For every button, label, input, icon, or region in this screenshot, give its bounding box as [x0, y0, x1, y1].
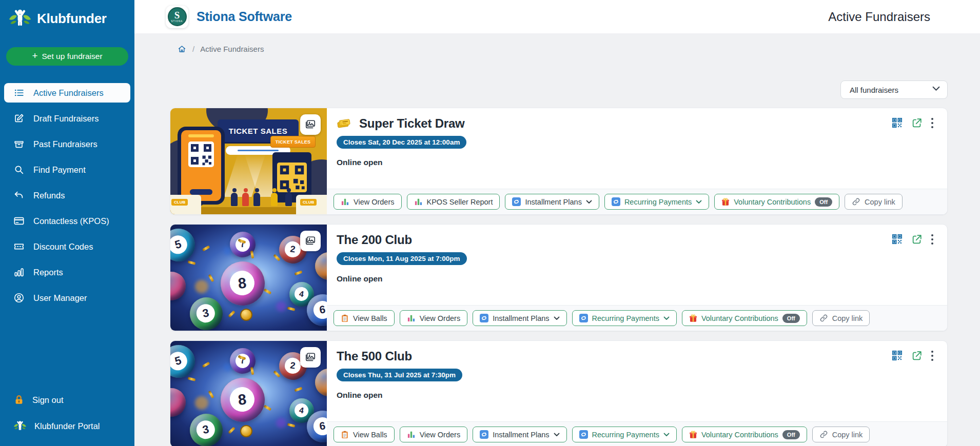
kpos-seller-report-button[interactable]: KPOS Seller Report [407, 194, 500, 210]
blurred-ball [224, 247, 232, 255]
kebab-icon [931, 117, 934, 129]
title-row: The 500 Club [337, 349, 935, 363]
sidebar-item-find-payment[interactable]: Find Payment [4, 160, 130, 179]
recurring-payments-button[interactable]: Recurring Payments [572, 310, 677, 326]
qr-code-button[interactable] [891, 117, 903, 129]
chevron-down-icon [663, 433, 670, 437]
action-label: Recurring Payments [624, 198, 692, 206]
ball-number: 6 [312, 416, 327, 436]
sidebar-item-refunds[interactable]: Refunds [4, 186, 130, 205]
copy-link-button[interactable]: Copy link [812, 427, 870, 442]
installment-plans-button[interactable]: Installment Plans [473, 310, 566, 326]
app: Klubfunder + Set up fundraiser Active Fu… [0, 0, 980, 446]
sign-out-label: Sign out [32, 395, 64, 405]
ticket-emoji-icon [337, 118, 351, 129]
closes-badge: Closes Thu, 31 Jul 2025 at 7:30pm [337, 369, 462, 381]
lottery-ball: 5 [170, 341, 199, 381]
qr-code-button[interactable] [891, 350, 903, 361]
sidebar-item-contactless-kpos[interactable]: Contactless (KPOS) [4, 211, 130, 231]
confetti [188, 260, 196, 265]
open-external-button[interactable] [911, 350, 923, 361]
voluntary-contributions-button[interactable]: Voluntary ContributionsOff [682, 427, 807, 442]
confetti [228, 427, 235, 434]
chevron-down-icon [696, 200, 702, 204]
sidebar-item-reports[interactable]: Reports [4, 262, 130, 282]
chevron-down-icon [554, 316, 560, 320]
fundraiser-filter-select[interactable]: All fundraisers [840, 80, 948, 99]
chevron-down-icon [663, 316, 670, 320]
sidebar-item-past-fundraisers[interactable]: Past Fundraisers [4, 134, 130, 154]
voluntary-contributions-button[interactable]: Voluntary ContributionsOff [682, 310, 807, 326]
background-ball [315, 369, 327, 396]
chevron-down-icon [586, 200, 592, 204]
clipboard-icon [341, 431, 349, 439]
qr-code-button[interactable] [891, 233, 903, 245]
view-balls-button[interactable]: View Balls [334, 310, 395, 326]
installment-plans-button[interactable]: Installment Plans [505, 194, 599, 210]
refresh-icon [579, 430, 588, 439]
open-external-button[interactable] [911, 117, 923, 129]
klubfunder-portal-link[interactable]: Klubfunder Portal [4, 416, 130, 436]
action-label: Recurring Payments [592, 314, 659, 322]
image-gallery-button[interactable] [300, 114, 321, 135]
closes-badge: Closes Mon, 11 Aug 2025 at 7:00pm [337, 252, 467, 265]
sidebar-item-active-fundraisers[interactable]: Active Fundraisers [4, 83, 130, 103]
person-silhouette [271, 193, 278, 206]
sidebar-item-label: Reports [33, 268, 63, 277]
action-label: Installment Plans [493, 314, 549, 322]
recurring-payments-button[interactable]: Recurring Payments [572, 427, 677, 442]
copy-link-button[interactable]: Copy link [812, 310, 870, 326]
more-options-button[interactable] [931, 234, 934, 245]
refresh-icon [612, 197, 620, 206]
voluntary-contributions-button[interactable]: Voluntary ContributionsOff [714, 194, 839, 210]
person-silhouette [242, 193, 249, 206]
external-icon [911, 117, 923, 129]
confetti [264, 289, 271, 295]
ball-number: 2 [284, 240, 301, 258]
chart-icon [13, 267, 25, 278]
chevron-down-icon [554, 433, 560, 437]
confetti [264, 405, 271, 411]
sidebar-item-user-manager[interactable]: User Manager [4, 288, 130, 308]
open-external-button[interactable] [911, 234, 923, 245]
filter-selected-value: All fundraisers [850, 86, 898, 94]
home-icon[interactable] [177, 44, 187, 54]
action-label: Voluntary Contributions [734, 198, 811, 206]
external-icon [911, 234, 923, 245]
fundraiser-card: 5728346The 500 ClubCloses Thu, 31 Jul 20… [170, 340, 948, 446]
picture-icon [305, 352, 316, 363]
sidebar-item-draft-fundraisers[interactable]: Draft Fundraisers [4, 109, 130, 128]
sign-out-button[interactable]: Sign out [4, 390, 130, 410]
view-orders-button[interactable]: View Orders [400, 427, 468, 442]
copy-link-button[interactable]: Copy link [845, 194, 903, 210]
club-chip: CLUB [300, 199, 317, 206]
image-gallery-button[interactable] [300, 347, 321, 368]
fundraiser-title: The 500 Club [337, 349, 412, 363]
gold-coin [240, 425, 252, 437]
more-options-button[interactable] [931, 117, 934, 129]
sidebar-item-label: User Manager [33, 293, 87, 303]
fundraiser-list: TICKET SALESTICKET SALESCLUBCLUBSuper Ti… [170, 108, 948, 446]
org-badge-text: STIONA [171, 21, 183, 23]
person-silhouette [285, 193, 292, 206]
brand: Klubfunder [0, 0, 134, 34]
closes-badge: Closes Sat, 20 Dec 2025 at 12:00am [337, 136, 466, 149]
fundraiser-title: The 200 Club [337, 233, 412, 247]
view-balls-button[interactable]: View Balls [334, 427, 395, 442]
sidebar-item-discount-codes[interactable]: Discount Codes [4, 237, 130, 256]
view-orders-button[interactable]: View Orders [334, 194, 402, 210]
qr-icon [891, 117, 903, 129]
refresh-icon [480, 314, 488, 322]
image-gallery-button[interactable] [300, 231, 321, 251]
view-orders-button[interactable]: View Orders [400, 310, 468, 326]
card-icon [13, 215, 25, 227]
lottery-ball: 8 [219, 259, 267, 308]
ticket-icon [13, 241, 25, 252]
recurring-payments-button[interactable]: Recurring Payments [604, 194, 709, 210]
setup-fundraiser-button[interactable]: + Set up fundraiser [6, 47, 128, 66]
installment-plans-button[interactable]: Installment Plans [473, 427, 566, 442]
kebab-icon [931, 234, 934, 245]
picture-icon [305, 119, 316, 130]
more-options-button[interactable] [931, 350, 934, 361]
ball-number: 4 [293, 286, 309, 302]
